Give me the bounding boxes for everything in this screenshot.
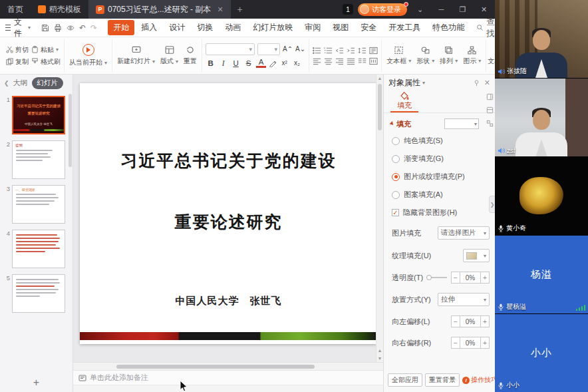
panel-shortcut-icon[interactable]	[486, 93, 494, 100]
canvas-vertical-scrollbar[interactable]: ▲ ▲ ▼	[376, 75, 383, 362]
picture-select-dropdown[interactable]: 请选择图片 ▾	[438, 226, 490, 240]
minus-button[interactable]: −	[451, 272, 460, 284]
bold-button[interactable]: B	[206, 58, 216, 69]
tab-animation[interactable]: 动画	[220, 20, 246, 35]
tab-security[interactable]: 安全	[355, 20, 382, 35]
justify-icon[interactable]	[347, 57, 355, 65]
tab-docer-template[interactable]: 稻壳模板	[31, 0, 88, 19]
participant-video[interactable]: zsf	[495, 79, 588, 157]
caret-down-icon[interactable]: ▾	[422, 80, 425, 86]
minimize-button[interactable]: ─	[433, 0, 450, 19]
tab-design[interactable]: 设计	[164, 20, 190, 35]
tab-review[interactable]: 审阅	[299, 20, 326, 35]
collapse-panel-icon[interactable]: ❮	[4, 80, 9, 87]
offset-right-value[interactable]: 0%	[460, 337, 480, 349]
outline-tab[interactable]: 大纲	[13, 78, 28, 88]
tab-slideshow[interactable]: 幻灯片放映	[247, 20, 298, 35]
collapse-properties-icon[interactable]: ❯	[489, 196, 495, 213]
doc-assistant-button[interactable]: 文档助手	[486, 46, 495, 66]
next-slide-icon[interactable]: ▼	[376, 356, 383, 361]
participant-video[interactable]: 黄小奇	[495, 157, 588, 236]
slide-canvas[interactable]: 习近平总书记关于党的建设 重要论述研究 中国人民大学 张世飞 ▲ ▲ ▼	[73, 75, 383, 362]
tab-close-icon[interactable]: ✕	[217, 5, 223, 14]
fill-option-gradient[interactable]: 渐变填充(G)	[384, 150, 495, 168]
textbox-button[interactable]: A 文本框▾	[385, 46, 412, 66]
slide-thumbnail-2[interactable]: 提纲	[12, 140, 65, 179]
transparency-value[interactable]: 0%	[460, 272, 480, 284]
slides-tab[interactable]: 幻灯片	[32, 77, 64, 89]
tab-features[interactable]: 特色功能	[427, 20, 470, 35]
shapes-button[interactable]: 形状▾	[415, 46, 436, 66]
minus-button[interactable]: −	[451, 315, 460, 327]
numbered-list-icon[interactable]	[324, 47, 333, 55]
tab-insert[interactable]: 插入	[136, 20, 162, 35]
fill-option-solid[interactable]: 纯色填充(S)	[384, 132, 495, 150]
add-slide-button[interactable]: +	[0, 373, 73, 392]
tab-devtools[interactable]: 开发工具	[383, 20, 426, 35]
plus-button[interactable]: +	[480, 337, 490, 349]
fill-color-swatch[interactable]: ▾	[444, 118, 479, 129]
thumbnail-scrollbar[interactable]	[69, 94, 72, 167]
print-preview-icon[interactable]	[67, 24, 74, 32]
save-icon[interactable]	[41, 24, 49, 32]
superscript-button[interactable]: x²	[279, 58, 289, 69]
canvas-horizontal-scrollbar[interactable]	[73, 362, 383, 370]
font-family-select[interactable]: ▾	[206, 43, 255, 55]
grid-shortcut-icon[interactable]	[486, 120, 494, 127]
align-right-icon[interactable]	[335, 57, 344, 65]
new-tab-button[interactable]: +	[231, 4, 249, 15]
new-slide-button[interactable]: 新建幻灯片▾	[116, 45, 156, 66]
notes-bar[interactable]: 单击此处添加备注	[73, 370, 383, 385]
fill-option-picture-texture[interactable]: 图片或纹理填充(P)	[384, 168, 495, 186]
line-spacing-icon[interactable]	[358, 47, 367, 55]
underline-button[interactable]: U	[231, 58, 241, 69]
subscript-button[interactable]: x₂	[292, 58, 302, 69]
previous-slide-icon[interactable]: ▲	[376, 348, 383, 353]
slide-thumbnail-4[interactable]	[12, 230, 65, 268]
layout-button[interactable]: 版式▾	[159, 45, 180, 66]
fill-section-header[interactable]: 填充 ▾	[384, 113, 495, 132]
file-menu[interactable]: 文件 ▾	[5, 17, 31, 39]
paste-button[interactable]: 粘贴 ▾	[31, 45, 61, 55]
plus-button[interactable]: +	[480, 272, 490, 284]
outdent-icon[interactable]	[335, 47, 344, 55]
strikethrough-button[interactable]: S	[243, 58, 253, 69]
copy-button[interactable]: 复制	[6, 57, 29, 67]
columns-icon[interactable]	[358, 57, 367, 65]
minus-button[interactable]: −	[451, 337, 460, 349]
tab-transition[interactable]: 切换	[192, 20, 218, 35]
tab-document[interactable]: P 0705习近平总...述研究 - 副本 ✕	[88, 0, 231, 19]
indent-icon[interactable]	[347, 47, 355, 55]
pin-icon[interactable]	[473, 79, 480, 87]
reset-button[interactable]: 重置	[182, 45, 198, 66]
bullet-list-icon[interactable]	[313, 47, 321, 55]
texture-select-dropdown[interactable]: ▾	[463, 249, 490, 262]
slide-thumbnail-3[interactable]: 一、研究现状	[12, 185, 65, 224]
visitor-login-button[interactable]: 访客登录	[358, 3, 407, 16]
more-icon[interactable]: ⌄	[412, 0, 428, 19]
play-from-current-button[interactable]: 从当前开始▾	[68, 44, 108, 67]
text-direction-icon[interactable]	[369, 47, 378, 55]
slider-knob[interactable]	[426, 275, 432, 280]
font-size-select[interactable]: ▾	[257, 43, 280, 55]
decrease-font-button[interactable]: A⌄	[295, 44, 305, 55]
tab-start[interactable]: 开始	[108, 20, 134, 35]
participant-video[interactable]: 小小 小小	[495, 314, 588, 392]
notification-badge[interactable]: 1	[343, 4, 353, 15]
reset-background-button[interactable]: 重置背景	[425, 373, 460, 387]
transparency-slider[interactable]	[427, 277, 447, 278]
slide-thumbnail-1[interactable]: 习近平总书记关于党的建设 重要论述研究 中国人民大学 张世飞	[12, 96, 65, 134]
close-panel-icon[interactable]: ✕	[484, 79, 490, 87]
font-color-button[interactable]: A	[256, 59, 266, 68]
redo-icon[interactable]: ↷	[90, 23, 97, 33]
scrollbar-thumb[interactable]	[116, 365, 315, 369]
cut-button[interactable]: 剪切	[6, 45, 29, 55]
apply-all-button[interactable]: 全部应用	[388, 373, 422, 387]
fill-tab[interactable]: 填充	[390, 91, 418, 112]
align-center-icon[interactable]	[324, 57, 333, 65]
undo-icon[interactable]: ↶	[79, 23, 86, 33]
align-left-icon[interactable]	[313, 57, 321, 65]
tips-link[interactable]: i 操作技巧	[462, 375, 498, 385]
search-command[interactable]: 查找	[476, 17, 494, 39]
distribute-icon[interactable]	[369, 57, 378, 65]
